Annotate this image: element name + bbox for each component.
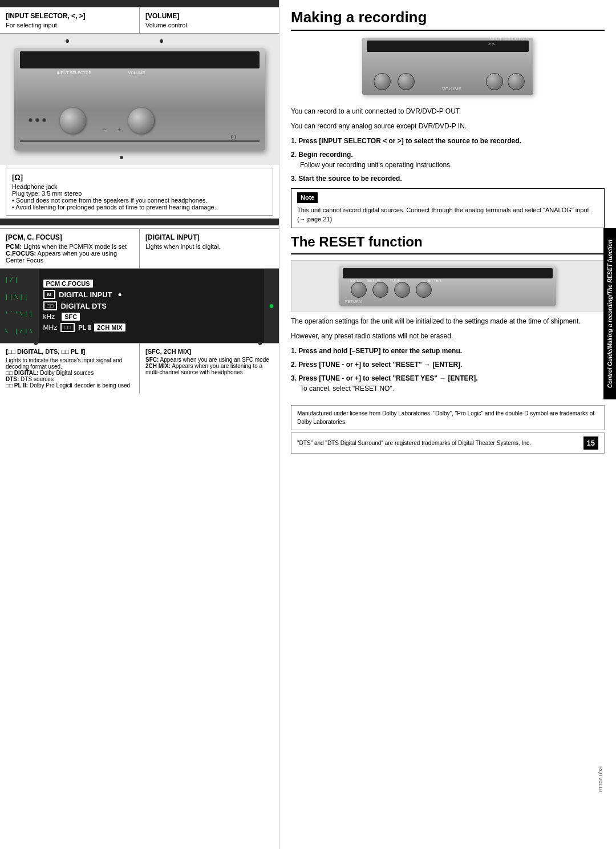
right-dot: ●: [269, 301, 274, 311]
headphone-line-4: • Avoid listening for prolonged periods …: [12, 204, 267, 211]
dd-digital-box: [□□ DIGITAL, DTS, □□ PL Ⅱ] Lights to ind…: [0, 343, 140, 393]
khz-sfc-line: kHz SFC: [43, 313, 80, 321]
remote-label-plus: +: [405, 278, 407, 282]
note-title: Note: [297, 192, 318, 203]
plus-minus: –+: [103, 126, 122, 134]
trademark-text-2: "DTS" and "DTS Digital Surround" are reg…: [297, 439, 531, 447]
input-selector-arrow-label: INPUT SELECTOR< >: [488, 37, 528, 47]
reset-intro-2: However, any preset radio stations will …: [291, 331, 605, 341]
right-knob-1: [374, 73, 391, 90]
remote-btn-1: [351, 282, 367, 298]
recording-intro-1: You can record to a unit connected to DV…: [291, 106, 605, 116]
right-knob-4: [508, 73, 525, 90]
dark-separator-1: [0, 219, 279, 225]
dd-digital-desc-4: □□ PL II: Dolby Pro LogicⅡ decoder is be…: [6, 382, 133, 389]
step-2-num: 2.: [291, 151, 298, 159]
pcm-tag: PCM C.FOCUS: [43, 280, 93, 288]
headphone-symbol-label: [Ω]: [12, 173, 267, 181]
pcm-cfocus-line: PCM C.FOCUS: [43, 280, 93, 288]
step-1-bold: Press [INPUT SELECTOR < or >] to select …: [298, 137, 521, 145]
step-3: 3. Start the source to be recorded.: [291, 173, 605, 184]
digital-input-title: [DIGITAL INPUT]: [145, 233, 273, 241]
device-illustration-top: INPUT SELECTOR VOLUME –+ Ω: [0, 34, 279, 165]
remote-label-tune: TUNE: [390, 278, 400, 282]
bottom-labels-section: [□□ DIGITAL, DTS, □□ PL Ⅱ] Lights to ind…: [0, 343, 279, 393]
reset-step-2: 2. Press [TUNE - or +] to select "RESET"…: [291, 359, 605, 370]
reset-step-3-bold: Press [TUNE - or +] to select "RESET YES…: [298, 374, 477, 382]
remote-btn-2: [372, 282, 388, 298]
display-panel: |/| ||\|| '`'\|| \ |/|\ PCM C.FOCUS M DI…: [0, 269, 279, 343]
top-bar: [0, 0, 279, 7]
right-device-knobs: [374, 73, 415, 90]
display-left-bars: |/| ||\|| '`'\|| \ |/|\: [0, 269, 39, 343]
callout-dot-display-1: [34, 342, 38, 345]
step-2: 2. Begin recording. Follow your recordin…: [291, 149, 605, 170]
dd-digital-desc-3: DTS: DTS sources: [6, 376, 133, 382]
sfc-desc: SFC: Appears when you are using an SFC m…: [145, 357, 273, 363]
remote-label-enter: ENTER: [428, 278, 441, 282]
pl2-text: PL Ⅱ: [78, 324, 91, 331]
digital-input-line: M DIGITAL INPUT ●: [43, 290, 122, 299]
digital-input-box: [DIGITAL INPUT] Lights when input is dig…: [140, 229, 279, 268]
headphone-line-3: • Sound does not come from the speakers …: [12, 197, 267, 204]
volume-box: [VOLUME] Volume control.: [140, 7, 279, 33]
trademark-box-2: "DTS" and "DTS Digital Surround" are reg…: [291, 432, 605, 454]
remote-label-menu: - MENU: [347, 278, 362, 282]
digital-dts-text: DIGITAL DTS: [60, 302, 106, 310]
right-device-volume-label: VOLUME: [442, 86, 461, 91]
device-knob-volume: [128, 108, 154, 134]
reset-section-title: The RESET function: [291, 234, 605, 254]
digital-input-desc: Lights when input is digital.: [145, 243, 273, 250]
khz-text: kHz: [43, 313, 55, 321]
reset-step-1-num: 1.: [291, 347, 298, 355]
dd-digital-desc-2: □□ DIGITAL: Dolby Digital sources: [6, 370, 133, 376]
display-row: |/| ||\|| '`'\|| \ |/|\ PCM C.FOCUS M DI…: [0, 269, 279, 343]
right-knob-3: [486, 73, 503, 90]
reset-step-3-num: 3.: [291, 374, 298, 382]
right-knob-2: [398, 73, 415, 90]
display-right: ●: [264, 269, 279, 343]
device-knob-input: [60, 108, 86, 134]
step-2-bold: Begin recording.: [298, 151, 352, 159]
device-bar: [20, 140, 260, 142]
device-front: INPUT SELECTOR VOLUME –+ Ω: [14, 48, 265, 151]
remote-device: - MENU - SETUP TUNE + ENTER RETURN: [339, 266, 556, 306]
note-text: This unit cannot record digital sources.…: [297, 205, 598, 224]
remote-label-return: RETURN: [345, 300, 362, 304]
2ch-desc: 2CH MIX: Appears when you are listening …: [145, 363, 273, 375]
reset-step-2-bold: Press [TUNE - or +] to select "RESET" → …: [298, 361, 462, 369]
dot-indicator: ●: [118, 290, 122, 298]
reset-step-3: 3. Press [TUNE - or +] to select "RESET …: [291, 373, 605, 394]
device-vol-label: VOLUME: [128, 71, 145, 75]
step-1-num: 1.: [291, 137, 298, 145]
step-2-detail: Follow your recording unit's operating i…: [291, 161, 452, 169]
input-selector-title: [INPUT SELECTOR, <, >]: [6, 12, 133, 20]
side-tab: Control Guide/Making a recording/The RES…: [603, 228, 616, 399]
right-col-inner: Making a recording INPUT SELECTOR< > VOL…: [279, 0, 616, 849]
input-selector-box: [INPUT SELECTOR, <, >] For selecting inp…: [0, 7, 140, 33]
remote-btn-4: [416, 282, 432, 298]
input-selector-desc: For selecting input.: [6, 22, 133, 29]
reset-step-1: 1. Press and hold [–SETUP] to enter the …: [291, 346, 605, 356]
page-number: 15: [583, 436, 598, 450]
sfc-tag: SFC: [62, 313, 80, 321]
pcm-digital-labels: [PCM, C. FOCUS] PCM: Lights when the PCM…: [0, 228, 279, 269]
device-input-label: INPUT SELECTOR: [57, 71, 92, 75]
trademark-section: Manufactured under license from Dolby La…: [291, 405, 605, 454]
recording-intro-2: You can record any analog source except …: [291, 121, 605, 131]
mhz-pl-line: MHz □□ PL Ⅱ 2CH MIX: [43, 323, 125, 332]
dd-digital-desc-1: Lights to indicate the source's input si…: [6, 357, 133, 370]
step-1: 1. Press [INPUT SELECTOR < or >] to sele…: [291, 136, 605, 146]
callout-dot-3: [120, 156, 123, 159]
reset-intro-1: The operation settings for the unit will…: [291, 316, 605, 326]
recording-note-box: Note This unit cannot record digital sou…: [291, 188, 605, 228]
reset-step-1-bold: Press and hold [–SETUP] to enter the set…: [298, 347, 462, 355]
mhz-text: MHz: [43, 324, 58, 331]
device-img-container-right: INPUT SELECTOR< > VOLUME: [291, 38, 605, 100]
left-column: [INPUT SELECTOR, <, >] For selecting inp…: [0, 0, 279, 849]
pcm-title: [PCM, C. FOCUS]: [6, 233, 133, 241]
pcm-desc-1: PCM: Lights when the PCMFIX mode is set: [6, 243, 133, 250]
remote-img-area: - MENU - SETUP TUNE + ENTER RETURN: [291, 260, 605, 312]
right-device-knobs-2: [486, 73, 525, 90]
callout-dot-display-2: [258, 342, 262, 345]
